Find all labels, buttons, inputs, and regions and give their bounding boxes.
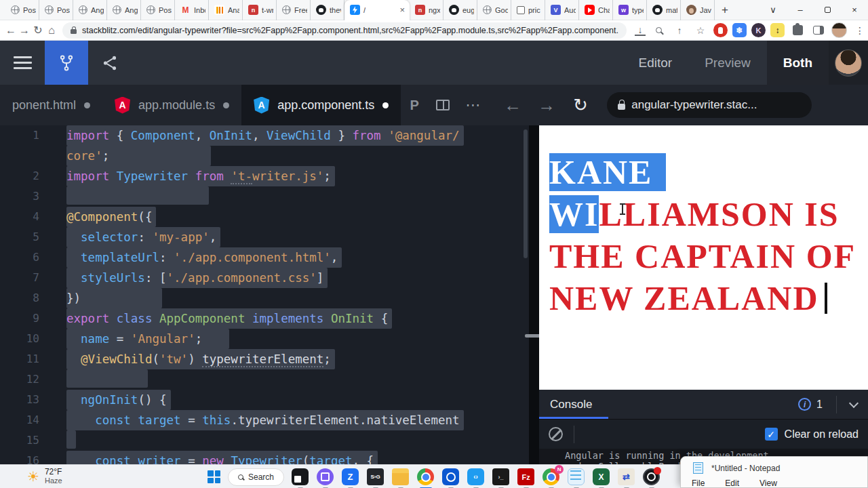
app-preview-pane[interactable]: KANEWILLIAMSON ISTHE CAPTAIN OFNEW ZEALA…	[539, 125, 868, 390]
search-label: Search	[248, 472, 274, 482]
browser-tab[interactable]: Aud	[545, 0, 579, 20]
preview-back-icon[interactable]: ←	[496, 95, 530, 116]
view-mode-editor[interactable]: Editor	[623, 41, 689, 85]
browser-tab[interactable]: eug	[443, 0, 477, 20]
home-button[interactable]: ⌂	[45, 22, 58, 39]
weather-widget[interactable]: ☀ 72°F Haze	[27, 468, 62, 485]
tab-close-icon[interactable]: ×	[397, 5, 407, 15]
browser-tab[interactable]: Cha	[579, 0, 613, 20]
puzzle-icon	[793, 25, 803, 35]
split-editor-icon[interactable]	[428, 100, 458, 110]
taskbar-app-terminal[interactable]	[492, 468, 509, 485]
taskbar-app-notepad[interactable]	[568, 468, 585, 485]
share-icon[interactable]: ↑	[671, 22, 688, 39]
preview-url-bar[interactable]: angular-typewriter.stac...	[607, 92, 812, 118]
file-tab[interactable]: Aapp.component.ts	[241, 85, 401, 125]
taskbar-app-file-explorer[interactable]	[392, 468, 409, 485]
notepad-titlebar[interactable]: *Untitled - Notepad	[681, 457, 867, 474]
clear-on-reload-checkbox[interactable]: ✓	[765, 428, 778, 441]
console-collapse-chevron-icon[interactable]	[849, 398, 859, 407]
taskbar-app-meet-app[interactable]	[317, 468, 334, 485]
taskbar-app-screen-share[interactable]	[367, 468, 384, 485]
address-bar[interactable]: stackblitz.com/edit/angular-typewriter?f…	[62, 22, 627, 39]
taskbar-app-vs-code[interactable]	[467, 468, 484, 485]
k-extension-icon[interactable]: K	[751, 23, 766, 37]
adblock-extension-icon[interactable]	[713, 23, 728, 37]
console-info-count: 1	[816, 399, 823, 411]
browser-tab[interactable]: type	[613, 0, 647, 20]
close-button[interactable]: ×	[841, 0, 868, 20]
file-tab[interactable]: ponent.html	[0, 85, 102, 125]
notepad-menu-edit[interactable]: Edit	[725, 479, 739, 488]
maximize-button[interactable]	[814, 0, 841, 20]
selection-highlight	[66, 186, 209, 205]
notepad-window[interactable]: *Untitled - Notepad File Edit View	[680, 456, 868, 488]
taskbar-app-task-view[interactable]	[292, 468, 309, 485]
browser-menu-dots-icon[interactable]: ⋮	[852, 22, 868, 39]
file-tab[interactable]: Aapp.module.ts	[102, 85, 241, 125]
taskbar-app-filezilla[interactable]	[517, 468, 534, 485]
taskbar-app-blue-circle-app[interactable]	[442, 468, 459, 485]
browser-tab[interactable]: thev	[311, 0, 344, 20]
taskbar-app-excel[interactable]	[593, 468, 610, 485]
code-line: 12	[0, 369, 529, 390]
taskbar-app-chrome-profile-2[interactable]	[542, 468, 559, 485]
extensions-puzzle-icon[interactable]	[789, 22, 806, 39]
taskbar-app-network-tool[interactable]	[618, 468, 635, 485]
browser-tab[interactable]: Ang	[73, 0, 107, 20]
browser-tab[interactable]: pric	[511, 0, 545, 20]
clear-console-icon[interactable]	[549, 427, 563, 441]
browser-tab[interactable]: Java	[681, 0, 715, 20]
browser-tab[interactable]: ngx	[410, 0, 443, 20]
browser-tab[interactable]: Post	[5, 0, 39, 20]
minimize-button[interactable]: –	[787, 0, 814, 20]
panel-divider[interactable]	[529, 125, 539, 464]
preview-forward-icon[interactable]: →	[530, 95, 564, 116]
side-panel-icon[interactable]	[810, 22, 827, 39]
token: import	[66, 129, 109, 142]
browser-tab[interactable]: Post	[39, 0, 73, 20]
prettier-icon[interactable]: P	[401, 98, 428, 113]
browser-tab[interactable]: Inbo	[175, 0, 209, 20]
browser-tab[interactable]: Ang	[107, 0, 141, 20]
browser-tab[interactable]: mat	[647, 0, 681, 20]
selection-highlight	[66, 430, 76, 449]
console-tab[interactable]: Console	[550, 398, 592, 411]
browser-tab[interactable]: Post	[141, 0, 175, 20]
taskbar-app-zotero[interactable]	[342, 468, 359, 485]
updown-extension-icon[interactable]: ↕	[770, 23, 785, 37]
editor-more-icon[interactable]: ⋯	[458, 96, 488, 114]
snowflake-extension-icon[interactable]: ❄	[732, 23, 747, 37]
notepad-menu-view[interactable]: View	[760, 479, 777, 488]
taskbar-app-chrome[interactable]	[417, 468, 434, 485]
browser-profile-avatar[interactable]	[831, 22, 847, 38]
hamburger-menu-icon[interactable]	[0, 41, 45, 85]
view-mode-preview[interactable]: Preview	[688, 41, 767, 85]
notepad-menu-file[interactable]: File	[692, 479, 705, 488]
start-button[interactable]	[208, 470, 220, 483]
preview-reload-icon[interactable]: ↻	[564, 95, 597, 116]
zoom-icon[interactable]	[650, 22, 667, 39]
reload-button[interactable]: ↻	[31, 22, 45, 39]
browser-tab[interactable]: Goo	[477, 0, 511, 20]
browser-menu-chevron-icon[interactable]: ∨	[760, 0, 787, 20]
install-icon[interactable]: ↓	[635, 25, 646, 36]
new-tab-button[interactable]: +	[722, 3, 728, 17]
browser-tab[interactable]: t-wr	[243, 0, 277, 20]
user-avatar[interactable]	[835, 49, 862, 77]
share-button[interactable]	[88, 41, 132, 85]
token: new	[202, 454, 224, 464]
taskbar-search[interactable]: Search	[228, 468, 284, 486]
view-mode-both[interactable]: Both	[767, 41, 829, 85]
taskbar-app-obs-studio[interactable]	[643, 468, 660, 485]
browser-tab[interactable]: Free	[277, 0, 311, 20]
bookmark-star-icon[interactable]: ☆	[692, 22, 709, 39]
back-button[interactable]: ←	[4, 22, 18, 39]
forward-button[interactable]: →	[18, 22, 31, 39]
token: '@angular/	[388, 129, 459, 142]
browser-tab[interactable]: Ana	[209, 0, 243, 20]
editor-scrollbar[interactable]	[524, 129, 528, 258]
browser-tab[interactable]: /×	[344, 0, 410, 20]
fork-button[interactable]	[45, 41, 88, 85]
code-editor[interactable]: 1import { Component, OnInit, ViewChild }…	[0, 125, 529, 464]
